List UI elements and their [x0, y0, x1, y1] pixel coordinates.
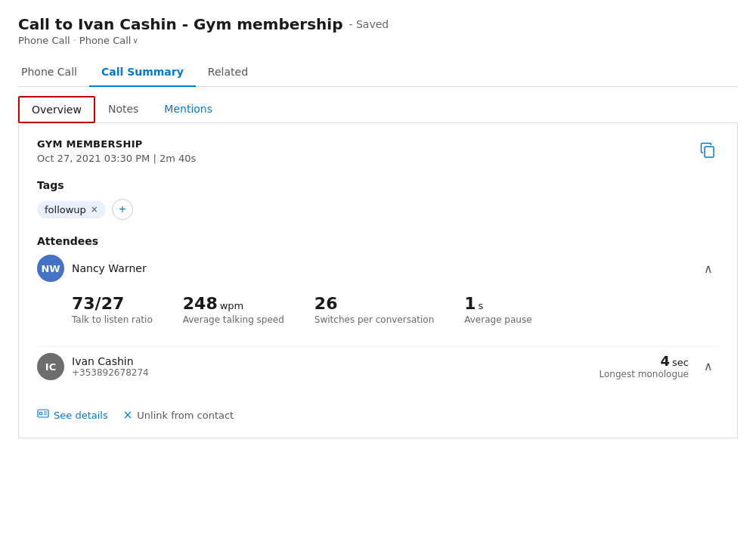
stat-value-pause: 1 — [464, 294, 476, 313]
call-meta: Oct 27, 2021 03:30 PM | 2m 40s — [37, 153, 719, 164]
call-date: Oct 27, 2021 03:30 PM — [37, 153, 150, 164]
tag-label: followup — [45, 204, 86, 215]
actions-row: See details × Unlink from contact — [37, 404, 719, 423]
stat-label-switches: Switches per conversation — [314, 314, 434, 325]
attendee-info-nw: NW Nancy Warner — [37, 255, 147, 282]
attendees-section-label: Attendees — [37, 235, 719, 247]
attendee-name-nw: Nancy Warner — [72, 262, 147, 274]
tab-related[interactable]: Related — [196, 58, 260, 87]
monologue-unit: sec — [672, 357, 689, 368]
attendee-name-ic: Ivan Cashin — [72, 355, 149, 367]
chevron-down-icon: ∨ — [132, 36, 138, 45]
copy-button[interactable] — [696, 138, 719, 165]
breadcrumb-item2: Phone Call — [79, 35, 132, 46]
content-card: GYM MEMBERSHIP Oct 27, 2021 03:30 PM | 2… — [18, 123, 738, 438]
tags-row: followup × + — [37, 199, 719, 220]
svg-rect-0 — [705, 147, 714, 157]
stats-row-nw: 73/27 Talk to listen ratio 248 wpm Avera… — [37, 294, 719, 325]
sub-tabs: Overview Notes Mentions — [18, 87, 738, 123]
page-header: Call to Ivan Cashin - Gym membership - S… — [18, 15, 738, 46]
stat-value-talk: 73/27 — [72, 294, 124, 313]
stat-unit-pause: s — [479, 300, 484, 311]
stat-switches: 26 Switches per conversation — [314, 294, 434, 325]
avatar-nw: NW — [37, 255, 64, 282]
remove-tag-button[interactable]: × — [91, 204, 98, 215]
id-card-icon — [37, 407, 49, 423]
attendee-phone-ic: +353892678274 — [72, 367, 149, 378]
x-icon: × — [123, 408, 133, 422]
stat-value-switches: 26 — [314, 294, 338, 313]
subtab-overview[interactable]: Overview — [18, 96, 95, 123]
top-tabs: Phone Call Call Summary Related — [18, 58, 738, 87]
stat-label-talk: Talk to listen ratio — [72, 314, 153, 325]
call-title: GYM MEMBERSHIP — [37, 138, 719, 150]
stat-unit-speed: wpm — [220, 300, 244, 311]
tab-call-summary[interactable]: Call Summary — [89, 58, 196, 87]
tab-phone-call[interactable]: Phone Call — [18, 58, 89, 87]
stat-label-speed: Average talking speed — [183, 314, 284, 325]
title-text: Call to Ivan Cashin - Gym membership — [18, 15, 342, 33]
stat-talk-listen: 73/27 Talk to listen ratio — [72, 294, 153, 325]
tags-section-label: Tags — [37, 179, 719, 191]
collapse-nw-button[interactable]: ∧ — [698, 258, 719, 279]
attendee-row-nw: NW Nancy Warner ∧ — [37, 255, 719, 282]
call-duration: 2m 40s — [160, 153, 196, 164]
unlink-label: Unlink from contact — [137, 410, 234, 421]
subtab-notes[interactable]: Notes — [95, 96, 151, 123]
page-title: Call to Ivan Cashin - Gym membership - S… — [18, 15, 738, 33]
avatar-ic: IC — [37, 353, 64, 380]
saved-badge: - Saved — [349, 18, 389, 30]
stat-value-speed: 248 — [183, 294, 218, 313]
attendee-block-ic: IC Ivan Cashin +353892678274 4 sec Longe… — [37, 353, 719, 392]
attendee-block-nw: NW Nancy Warner ∧ 73/27 Talk to listen r… — [37, 255, 719, 347]
stat-label-pause: Average pause — [464, 314, 531, 325]
collapse-ic-button[interactable]: ∧ — [698, 356, 719, 376]
subtab-mentions[interactable]: Mentions — [151, 96, 225, 123]
svg-point-2 — [39, 412, 42, 415]
monologue-stat-ic: 4 sec Longest monologue — [600, 353, 689, 379]
attendee-info-ic: IC Ivan Cashin +353892678274 — [37, 353, 149, 380]
breadcrumb-dot: · — [73, 35, 76, 46]
monologue-value: 4 — [661, 353, 671, 369]
add-tag-button[interactable]: + — [112, 199, 133, 220]
stat-pause: 1 s Average pause — [464, 294, 531, 325]
stat-talking-speed: 248 wpm Average talking speed — [183, 294, 284, 325]
breadcrumb: Phone Call · Phone Call ∨ — [18, 35, 738, 46]
attendee-row-ic: IC Ivan Cashin +353892678274 4 sec Longe… — [37, 353, 719, 380]
breadcrumb-dropdown[interactable]: Phone Call ∨ — [79, 35, 138, 46]
tag-chip-followup: followup × — [37, 201, 106, 218]
see-details-link[interactable]: See details — [37, 407, 108, 423]
see-details-label: See details — [54, 410, 108, 421]
unlink-link[interactable]: × Unlink from contact — [123, 408, 234, 422]
monologue-label: Longest monologue — [600, 369, 689, 379]
breadcrumb-item1: Phone Call — [18, 35, 70, 46]
